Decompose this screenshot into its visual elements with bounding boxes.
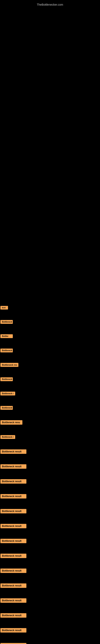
bottleneck-result-item: Bottleneck [0,320,13,324]
bottleneck-result-item: Bottleneck result [0,568,26,573]
bottleneck-result-item: Bottleneck [0,348,13,352]
bottleneck-result-item: Bottleneck res [0,363,18,367]
bottleneck-result-item: Bottleneck result [0,554,26,558]
bottleneck-result-item: Bottleneck result [0,539,26,543]
bottleneck-result-item: Bottleneck r [0,392,15,396]
bottleneck-result-item: Bottleneck result [0,464,26,469]
bottleneck-result-item: Bottleneck [0,377,13,381]
bottleneck-result-item: Bottleneck result [0,628,26,632]
bottleneck-result-item: Bottleneck result [0,598,26,603]
bottleneck-result-item: Bottler [0,334,13,338]
bottleneck-list: BottBottleneckBottlerBottleneckBottlenec… [0,306,100,644]
site-title: TheBottlenecker.com [0,1,100,8]
bottleneck-result-item: Bottleneck result [0,494,26,498]
bottleneck-result-item: Bottleneck result [0,524,26,528]
bottleneck-result-item: Bottleneck result [0,584,26,588]
bottleneck-result-item: Bott [0,306,8,310]
bottleneck-result-item: Bottleneck result [0,450,26,454]
bottleneck-result-item: Bottleneck result [0,479,26,484]
bottleneck-result-item: Bottleneck r [0,435,15,439]
bottleneck-result-item: Bottleneck result [0,613,26,618]
bottleneck-result-item: Bottleneck result [0,643,26,644]
bottleneck-result-item: Bottleneck resu [0,420,22,425]
bottleneck-result-item: Bottleneck result [0,509,26,514]
bottleneck-result-item: Bottleneck [0,406,13,410]
